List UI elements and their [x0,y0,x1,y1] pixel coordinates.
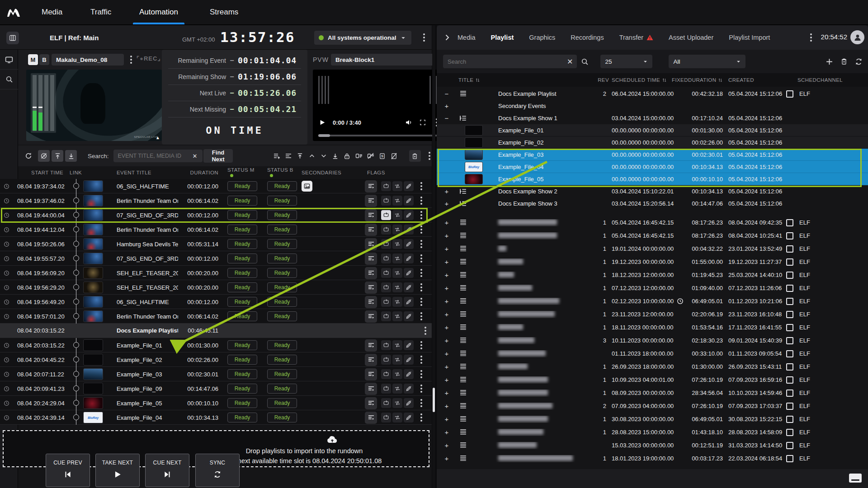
expand-row-icon[interactable]: + [440,258,453,266]
chevron-up-icon[interactable] [306,150,318,162]
collapse-row-icon[interactable]: − [440,90,453,98]
playlist-row[interactable]: + 1 19.12.2023 00:00:00.00 01:55:00.00 1… [437,255,868,268]
no-graphics-flag-icon[interactable] [404,225,414,235]
loop-flag-icon[interactable] [381,413,391,422]
page-size-select[interactable]: 25 [600,55,652,68]
no-graphics-flag-icon[interactable] [404,311,414,321]
preview-video-player[interactable]: 0:00 / 3:40 [313,70,447,141]
layout-grid-icon[interactable] [6,32,19,44]
playlist-row[interactable]: + 1 23.11.2023 12:00:00.00 02:20:06.19 2… [437,308,868,321]
expand-row-icon[interactable]: + [440,219,453,226]
clear-search-icon[interactable]: ✕ [193,153,198,160]
main-channel-button[interactable]: M [28,54,38,65]
row-kebab-menu[interactable] [418,384,425,394]
loop-flag-icon[interactable] [381,384,391,394]
subtitle-badge-icon[interactable]: S [377,150,388,162]
clear-search-icon[interactable]: ✕ [567,57,573,66]
link-node[interactable] [70,208,83,222]
expand-row-icon[interactable]: + [440,415,453,423]
playlist-row[interactable]: + 1 18.11.2023 00:00:00.00 01:53:54.16 1… [437,321,868,334]
link-node[interactable] [70,367,83,381]
row-kebab-menu[interactable] [422,326,429,336]
tab-recordings[interactable]: Recordings [571,34,604,41]
no-graphics-flag-icon[interactable] [404,181,414,191]
playlist-row[interactable]: −Docs Example Show 1 03.04.2024 15:00:00… [437,112,868,124]
tab-graphics[interactable]: Graphics [529,34,555,41]
row-checkbox[interactable] [786,219,793,226]
expand-row-icon[interactable]: + [440,297,453,305]
row-kebab-menu[interactable] [418,181,425,191]
cue-prev-button[interactable]: CUE PREV [46,454,90,487]
pvw-source-field[interactable] [331,54,434,66]
secondary-events-icon[interactable] [365,296,377,308]
toolbar-kebab-menu[interactable] [427,151,432,161]
playlist-row[interactable]: +Docs Example Show 3 03.04.2024 15:20:56… [437,197,868,210]
playlist-row[interactable]: + 2 07.09.2023 04:00:00.00 07:26:10.19 0… [437,399,868,413]
expand-row-icon[interactable]: + [440,310,453,318]
no-graphics-flag-icon[interactable] [404,282,414,292]
link-node[interactable] [70,352,83,367]
loop-flag-icon[interactable] [381,225,391,235]
monitor-icon[interactable] [0,50,18,70]
playlist-row[interactable]: + 1 19.01.2024 00:00:00.00 00:04:32.22 2… [437,242,868,255]
rundown-event-row[interactable]: 08.04 19:56:09.20 SEH_ELF_TEASER_20 Pl..… [0,266,432,280]
row-checkbox[interactable] [786,285,793,292]
play-icon[interactable] [319,119,326,126]
playlist-row[interactable]: + 1 26.09.2023 18:00:00.00 01:30:00.00 2… [437,360,868,373]
link-node[interactable] [70,179,83,193]
loop-flag-icon[interactable] [381,282,391,292]
row-checkbox[interactable] [786,416,793,423]
tab-asset-uploader[interactable]: Asset Uploader [669,34,713,41]
row-kebab-menu[interactable] [418,297,425,307]
row-checkbox[interactable] [786,324,793,331]
rundown-scrollbar[interactable] [432,25,435,488]
expand-row-icon[interactable]: + [440,428,453,436]
loop-flag-icon[interactable] [381,340,391,350]
no-graphics-flag-icon[interactable] [404,355,414,365]
playback-progress-bar[interactable] [318,135,441,136]
no-graphics-flag-icon[interactable] [404,384,414,394]
transition-flag-icon[interactable] [392,239,402,249]
playlist-row[interactable]: + 1 05.04.2024 16:45:42.15 08:17:26.23 0… [437,216,868,229]
no-graphics-flag-icon[interactable] [404,413,414,422]
playlist-row[interactable]: + 3 10.11.2023 00:00:00.00 02:18:30.23 0… [437,334,868,347]
playlist-row[interactable]: +Secondary Events [437,100,868,112]
transition-flag-icon[interactable] [392,282,402,292]
row-kebab-menu[interactable] [418,196,425,206]
secondary-events-icon[interactable] [365,209,377,221]
loop-flag-icon[interactable] [381,297,391,307]
link-node[interactable] [70,410,83,425]
row-checkbox[interactable] [786,442,793,449]
link-node[interactable] [70,309,83,324]
link-node[interactable] [70,193,83,208]
expand-row-icon[interactable]: + [440,350,453,357]
link-node[interactable] [70,251,83,266]
playlist-row[interactable]: + 1 02.12.2023 10:00:00.00 06:49:05.01 0… [437,295,868,308]
delete-playlist-icon[interactable] [840,58,848,66]
row-checkbox[interactable] [786,311,793,318]
fullscreen-icon[interactable] [420,119,426,126]
subtitle-badge-off-icon[interactable] [388,150,400,162]
panel-kebab-menu[interactable] [807,33,815,42]
link-node[interactable] [70,338,83,352]
row-kebab-menu[interactable] [418,239,425,249]
row-kebab-menu[interactable] [418,340,425,350]
rundown-event-row[interactable]: 08.04 19:55:57.20 07_SIG_END_OF_3RD1 00:… [0,251,432,266]
secondary-events-icon[interactable] [365,310,377,323]
secondary-events-icon[interactable] [365,368,377,380]
chevron-down-icon[interactable] [318,150,330,162]
transition-flag-icon[interactable] [392,340,402,350]
link-node[interactable] [70,381,83,396]
playlist-row[interactable]: + 1 28.08.2023 15:00:00.00 01:43:18.10 2… [437,426,868,439]
secondary-events-icon[interactable] [365,195,377,207]
rundown-event-row[interactable]: 08.04 20:24:29.04 Example_File_05 00:00:… [0,396,432,410]
transition-flag-icon[interactable] [392,311,402,321]
system-status-dropdown[interactable]: All systems operational [314,31,411,45]
loop-flag-icon[interactable] [381,239,391,249]
playlist-row[interactable]: + 15.03.2023 00:00:00.00 00:12:51.19 31.… [437,439,868,452]
expand-row-icon[interactable]: + [440,271,453,279]
playlist-row[interactable]: Example_File_03 00.00.0000 00:00:00.00 0… [437,149,868,161]
cue-next-button[interactable]: CUE NEXT [145,454,189,487]
expand-row-icon[interactable]: + [440,389,453,397]
secondary-events-icon[interactable] [365,412,377,424]
